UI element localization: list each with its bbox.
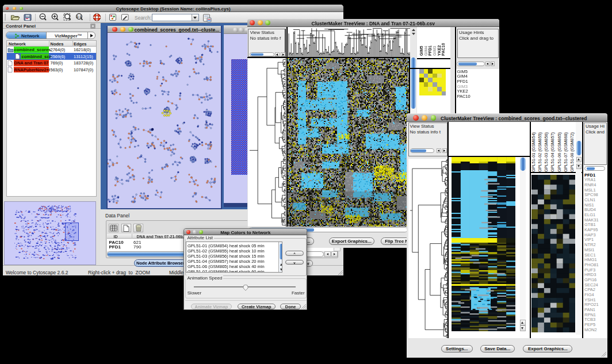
svg-text:1:1: 1:1 bbox=[77, 15, 82, 18]
